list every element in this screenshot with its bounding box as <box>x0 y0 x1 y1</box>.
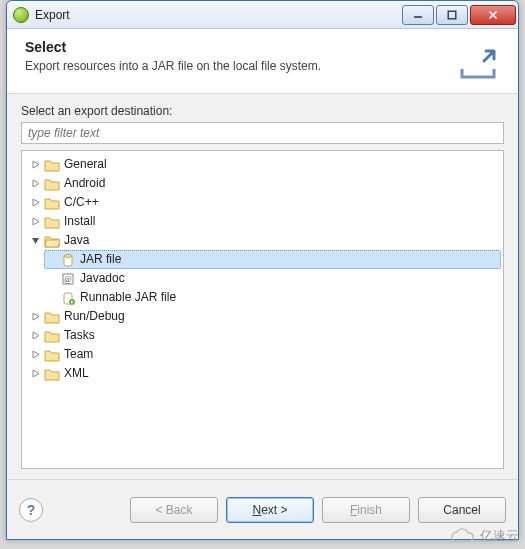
finish-button[interactable]: Finish <box>322 497 410 523</box>
tree-folder-install[interactable]: Install <box>28 212 501 231</box>
chevron-right-icon[interactable] <box>30 217 40 227</box>
tree-item-label: Javadoc <box>80 269 125 288</box>
help-button[interactable]: ? <box>19 498 43 522</box>
page-title: Select <box>25 39 456 55</box>
jar-icon <box>60 252 76 268</box>
folder-icon <box>44 366 60 382</box>
tree-item-label: Java <box>64 231 89 250</box>
tree-item-label: XML <box>64 364 89 383</box>
chevron-right-icon[interactable] <box>30 331 40 341</box>
wizard-body: Select an export destination: GeneralAnd… <box>7 94 518 479</box>
tree-folder-xml[interactable]: XML <box>28 364 501 383</box>
tree-folder-c-c-[interactable]: C/C++ <box>28 193 501 212</box>
chevron-right-icon[interactable] <box>30 350 40 360</box>
tree-item-label: Run/Debug <box>64 307 125 326</box>
tree-item-javadoc[interactable]: @Javadoc <box>44 269 501 288</box>
tree-item-label: Team <box>64 345 93 364</box>
folder-icon <box>44 347 60 363</box>
folder-icon <box>44 195 60 211</box>
app-icon <box>13 7 29 23</box>
back-button[interactable]: < Back <box>130 497 218 523</box>
tree-item-label: JAR file <box>80 250 121 269</box>
folder-icon <box>44 309 60 325</box>
tree-item-runnable-jar-file[interactable]: Runnable JAR file <box>44 288 501 307</box>
tree-folder-java[interactable]: Java <box>28 231 501 250</box>
chevron-right-icon[interactable] <box>30 312 40 322</box>
wizard-header: Select Export resources into a JAR file … <box>7 29 518 94</box>
tree-item-label: General <box>64 155 107 174</box>
folder-icon <box>44 157 60 173</box>
tree-item-label: Tasks <box>64 326 95 345</box>
destination-label: Select an export destination: <box>21 104 504 118</box>
svg-text:@: @ <box>64 275 71 284</box>
tree-folder-general[interactable]: General <box>28 155 501 174</box>
svg-rect-1 <box>448 11 456 19</box>
folder-icon <box>44 328 60 344</box>
window-title: Export <box>35 8 402 22</box>
titlebar[interactable]: Export <box>7 1 518 29</box>
tree-folder-run-debug[interactable]: Run/Debug <box>28 307 501 326</box>
chevron-right-icon[interactable] <box>30 179 40 189</box>
maximize-button[interactable] <box>436 5 468 25</box>
tree-folder-android[interactable]: Android <box>28 174 501 193</box>
export-dialog: Export Select Export resources into a JA… <box>6 0 519 540</box>
close-button[interactable] <box>470 5 516 25</box>
folder-icon <box>44 233 60 249</box>
minimize-button[interactable] <box>402 5 434 25</box>
filter-input[interactable] <box>21 122 504 144</box>
folder-icon <box>44 214 60 230</box>
tree-folder-tasks[interactable]: Tasks <box>28 326 501 345</box>
export-icon <box>456 39 500 79</box>
tree-item-label: Runnable JAR file <box>80 288 176 307</box>
svg-point-5 <box>64 254 72 257</box>
page-description: Export resources into a JAR file on the … <box>25 59 456 73</box>
tree-item-jar-file[interactable]: JAR file <box>44 250 501 269</box>
runnable-jar-icon <box>60 290 76 306</box>
next-button[interactable]: Next > <box>226 497 314 523</box>
tree-folder-team[interactable]: Team <box>28 345 501 364</box>
export-tree[interactable]: GeneralAndroidC/C++InstallJavaJAR file@J… <box>21 150 504 469</box>
chevron-right-icon[interactable] <box>30 160 40 170</box>
tree-item-label: C/C++ <box>64 193 99 212</box>
chevron-right-icon[interactable] <box>30 198 40 208</box>
folder-icon <box>44 176 60 192</box>
tree-item-label: Android <box>64 174 105 193</box>
chevron-down-icon[interactable] <box>30 236 40 246</box>
javadoc-icon: @ <box>60 271 76 287</box>
cancel-button[interactable]: Cancel <box>418 497 506 523</box>
wizard-footer: ? < Back Next > Finish Cancel <box>7 479 518 539</box>
chevron-right-icon[interactable] <box>30 369 40 379</box>
tree-item-label: Install <box>64 212 95 231</box>
